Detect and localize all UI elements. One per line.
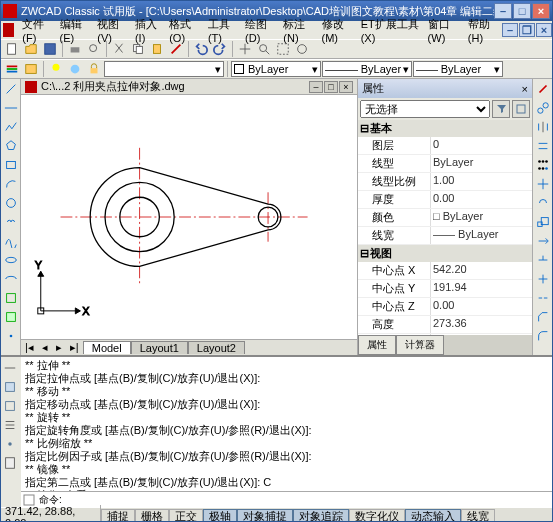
- tablet-toggle[interactable]: 数字化仪: [349, 509, 405, 523]
- region-button[interactable]: [1, 397, 19, 415]
- menu-window[interactable]: 窗口(W): [424, 17, 464, 44]
- tab-properties[interactable]: 属性: [358, 335, 396, 355]
- layout-first-button[interactable]: |◂: [21, 341, 38, 354]
- menu-modify[interactable]: 修改(M): [318, 17, 357, 44]
- menu-et[interactable]: ET扩展工具(X): [357, 17, 424, 44]
- tab-layout1[interactable]: Layout1: [131, 341, 188, 354]
- rect-button[interactable]: [2, 156, 20, 174]
- freeze-icon[interactable]: [66, 60, 84, 78]
- tab-calculator[interactable]: 计算器: [396, 335, 444, 355]
- mdi-restore-button[interactable]: ❐: [519, 23, 535, 37]
- break-button[interactable]: [534, 289, 552, 307]
- line-button[interactable]: [2, 80, 20, 98]
- circle-button[interactable]: [2, 194, 20, 212]
- paste-button[interactable]: [148, 40, 166, 58]
- erase-button[interactable]: [534, 80, 552, 98]
- new-button[interactable]: [3, 40, 21, 58]
- osnap-toggle[interactable]: 对象捕捉: [237, 509, 293, 523]
- grid-toggle[interactable]: 栅格: [135, 509, 169, 523]
- lock-icon[interactable]: [85, 60, 103, 78]
- rotate-button[interactable]: [534, 194, 552, 212]
- prop-row[interactable]: 颜色□ ByLayer: [358, 209, 532, 227]
- prop-category[interactable]: ⊟基本: [358, 120, 532, 137]
- prop-row[interactable]: 线宽—— ByLayer: [358, 227, 532, 245]
- coordinates[interactable]: 371.42, 28.88, 0.00: [1, 505, 101, 523]
- redo-button[interactable]: [211, 40, 229, 58]
- prop-row[interactable]: 中心点 Z0.00: [358, 298, 532, 316]
- revcloud-button[interactable]: [2, 213, 20, 231]
- selection-select[interactable]: 无选择: [360, 100, 490, 118]
- zoom-window-button[interactable]: [274, 40, 292, 58]
- copy-button[interactable]: [129, 40, 147, 58]
- prop-row[interactable]: 线型ByLayer: [358, 155, 532, 173]
- otrack-toggle[interactable]: 对象追踪: [293, 509, 349, 523]
- ellipse-arc-button[interactable]: [2, 270, 20, 288]
- point-button[interactable]: [2, 327, 20, 345]
- properties-close-button[interactable]: ×: [522, 83, 528, 95]
- mdi-close-button[interactable]: ×: [536, 23, 552, 37]
- trim-button[interactable]: [534, 251, 552, 269]
- cut-button[interactable]: [110, 40, 128, 58]
- mirror-button[interactable]: [534, 118, 552, 136]
- pline-button[interactable]: [2, 118, 20, 136]
- viewport[interactable]: X Y: [21, 95, 357, 339]
- array-button[interactable]: [534, 156, 552, 174]
- command-log[interactable]: ** 拉伸 **指定拉伸点或 [基点(B)/复制(C)/放弃(U)/退出(X)]…: [21, 357, 552, 491]
- prop-row[interactable]: 中心点 X542.20: [358, 262, 532, 280]
- move-button[interactable]: [534, 175, 552, 193]
- chamfer-button[interactable]: [534, 308, 552, 326]
- offset-button[interactable]: [534, 137, 552, 155]
- layer-state-button[interactable]: [22, 60, 40, 78]
- quickselect-button[interactable]: [492, 100, 510, 118]
- arc-button[interactable]: [2, 175, 20, 193]
- calc-button[interactable]: [1, 454, 19, 472]
- tab-layout2[interactable]: Layout2: [188, 341, 245, 354]
- layout-prev-button[interactable]: ◂: [38, 341, 52, 354]
- color-select[interactable]: ByLayer▾: [231, 61, 321, 77]
- undo-button[interactable]: [192, 40, 210, 58]
- preview-button[interactable]: [85, 40, 103, 58]
- prop-category[interactable]: ⊟视图: [358, 245, 532, 262]
- tab-model[interactable]: Model: [83, 341, 131, 354]
- menu-help[interactable]: 帮助(H): [464, 17, 502, 44]
- fillet-button[interactable]: [534, 327, 552, 345]
- copy-obj-button[interactable]: [534, 99, 552, 117]
- prop-row[interactable]: 中心点 Y191.94: [358, 280, 532, 298]
- zoom-prev-button[interactable]: [293, 40, 311, 58]
- stretch-button[interactable]: [534, 232, 552, 250]
- lineweight-select[interactable]: —— ByLayer▾: [413, 61, 503, 77]
- dist-button[interactable]: [1, 359, 19, 377]
- bulb-icon[interactable]: [47, 60, 65, 78]
- pickadd-button[interactable]: [512, 100, 530, 118]
- mdi-minimize-button[interactable]: –: [502, 23, 518, 37]
- close-button[interactable]: ×: [532, 3, 550, 19]
- doc-close-button[interactable]: ×: [339, 81, 353, 93]
- properties-grid[interactable]: ⊟基本图层0线型ByLayer线型比例1.00厚度0.00颜色□ ByLayer…: [358, 120, 532, 335]
- layout-last-button[interactable]: ▸|: [66, 341, 83, 354]
- linetype-select[interactable]: ——— ByLayer▾: [322, 61, 412, 77]
- extend-button[interactable]: [534, 270, 552, 288]
- spline-button[interactable]: [2, 232, 20, 250]
- prop-row[interactable]: 厚度0.00: [358, 191, 532, 209]
- ellipse-button[interactable]: [2, 251, 20, 269]
- ortho-toggle[interactable]: 正交: [169, 509, 203, 523]
- polygon-button[interactable]: [2, 137, 20, 155]
- list-button[interactable]: [1, 416, 19, 434]
- open-button[interactable]: [22, 40, 40, 58]
- id-button[interactable]: [1, 435, 19, 453]
- block-button[interactable]: [2, 308, 20, 326]
- doc-max-button[interactable]: □: [324, 81, 338, 93]
- print-button[interactable]: [66, 40, 84, 58]
- prop-row[interactable]: 图层0: [358, 137, 532, 155]
- doc-min-button[interactable]: –: [309, 81, 323, 93]
- layer-props-button[interactable]: [3, 60, 21, 78]
- zoom-button[interactable]: [255, 40, 273, 58]
- prop-row[interactable]: 高度273.36: [358, 316, 532, 334]
- prop-row[interactable]: 线型比例1.00: [358, 173, 532, 191]
- maximize-button[interactable]: □: [513, 3, 531, 19]
- scale-button[interactable]: [534, 213, 552, 231]
- match-button[interactable]: [167, 40, 185, 58]
- layout-next-button[interactable]: ▸: [52, 341, 66, 354]
- layer-select[interactable]: ▾: [104, 61, 224, 77]
- lwt-toggle[interactable]: 线宽: [461, 509, 495, 523]
